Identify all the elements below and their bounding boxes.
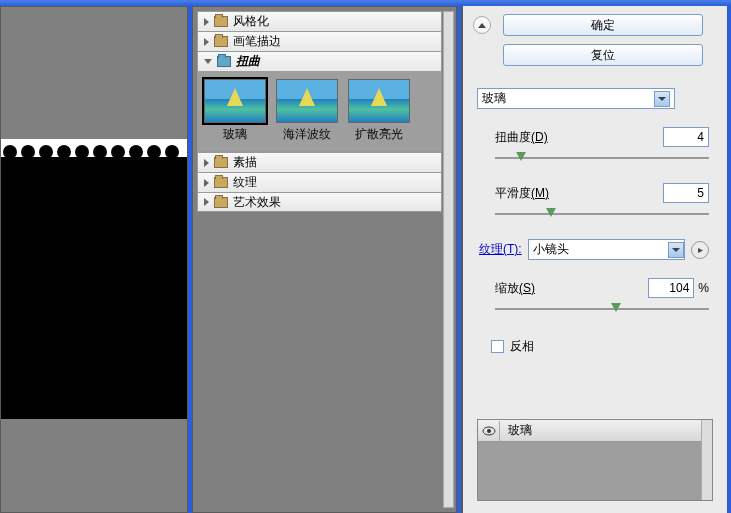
category-label: 风格化 (233, 13, 269, 30)
texture-select-value: 小镜头 (533, 241, 569, 258)
category-distort[interactable]: 扭曲 (197, 51, 442, 71)
effect-layer-row[interactable]: 玻璃 (478, 420, 712, 442)
category-texture[interactable]: 纹理 (197, 172, 442, 192)
thumb-ocean-ripple[interactable]: 海洋波纹 (276, 79, 338, 143)
thumb-glass[interactable]: 玻璃 (204, 79, 266, 143)
preview-pane (0, 6, 188, 513)
invert-checkbox[interactable] (491, 340, 504, 353)
texture-label: 纹理(T): (479, 241, 522, 258)
eye-icon[interactable] (478, 421, 500, 441)
smoothness-input[interactable] (663, 183, 709, 203)
thumb-label: 海洋波纹 (276, 126, 338, 143)
scale-unit: % (698, 281, 709, 295)
filter-category-pane: 风格化 画笔描边 扭曲 玻璃 海洋波纹 扩散亮光 素描 纹理 艺术效果 (192, 6, 457, 513)
smoothness-label: 平滑度(M) (495, 185, 549, 202)
thumb-diffuse-glow[interactable]: 扩散亮光 (348, 79, 410, 143)
effect-layers-panel: 玻璃 (477, 419, 713, 501)
invert-label: 反相 (510, 338, 534, 355)
category-label: 画笔描边 (233, 33, 281, 50)
thumb-label: 玻璃 (204, 126, 266, 143)
filter-thumbnails: 玻璃 海洋波纹 扩散亮光 (197, 71, 442, 152)
scale-label: 缩放(S) (495, 280, 535, 297)
svg-point-1 (487, 429, 491, 433)
reset-button[interactable]: 复位 (503, 44, 703, 66)
distortion-slider[interactable] (495, 151, 709, 165)
distortion-input[interactable] (663, 127, 709, 147)
category-stylize[interactable]: 风格化 (197, 11, 442, 31)
scrollbar-vertical[interactable] (701, 420, 712, 500)
category-artistic[interactable]: 艺术效果 (197, 192, 442, 212)
category-label: 扭曲 (236, 53, 260, 70)
texture-select[interactable]: 小镜头 (528, 239, 685, 260)
scrollbar-vertical[interactable] (443, 11, 454, 508)
category-label: 素描 (233, 154, 257, 171)
filter-select-value: 玻璃 (482, 90, 506, 107)
category-label: 纹理 (233, 174, 257, 191)
scale-input[interactable] (648, 278, 694, 298)
category-brush-strokes[interactable]: 画笔描边 (197, 31, 442, 51)
settings-pane: 确定 复位 玻璃 扭曲度(D) 平滑度(M) 纹理(T): 小镜头 (461, 6, 727, 513)
smoothness-slider[interactable] (495, 207, 709, 221)
scale-slider[interactable] (495, 302, 709, 316)
preview-image (1, 139, 187, 419)
collapse-icon[interactable] (473, 16, 491, 34)
ok-button[interactable]: 确定 (503, 14, 703, 36)
chevron-down-icon (668, 242, 684, 258)
filter-select[interactable]: 玻璃 (477, 88, 675, 109)
category-sketch[interactable]: 素描 (197, 152, 442, 172)
effect-layer-name: 玻璃 (508, 422, 532, 439)
texture-menu-icon[interactable] (691, 241, 709, 259)
chevron-down-icon (654, 91, 670, 107)
category-label: 艺术效果 (233, 194, 281, 211)
distortion-label: 扭曲度(D) (495, 129, 548, 146)
thumb-label: 扩散亮光 (348, 126, 410, 143)
